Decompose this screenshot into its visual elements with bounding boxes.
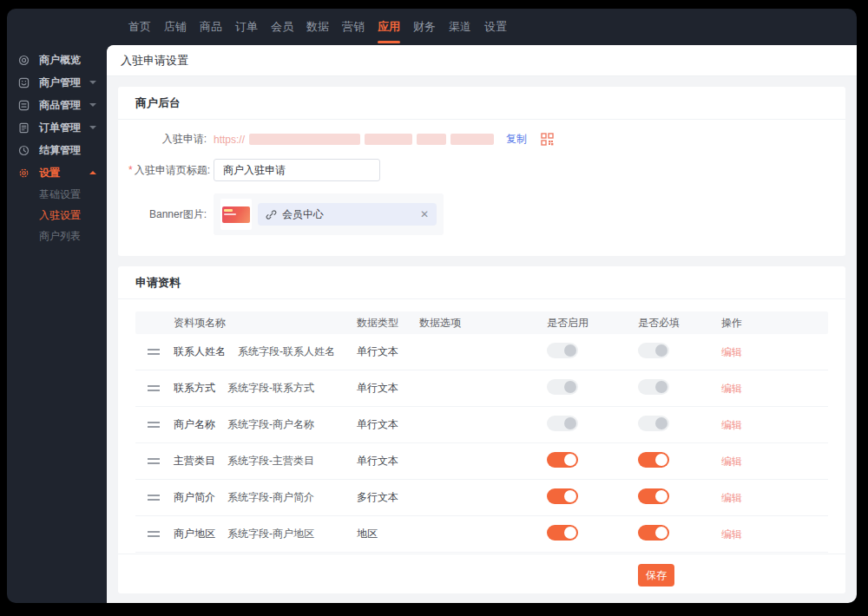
toggle-knob: [655, 490, 667, 502]
toggle-knob: [564, 527, 576, 539]
close-icon[interactable]: ✕: [420, 209, 429, 220]
sidebar-item-label: 设置: [39, 166, 60, 180]
nav-item-会员[interactable]: 会员: [271, 9, 293, 45]
copy-link-button[interactable]: 复制: [506, 132, 527, 147]
required-asterisk: *: [128, 164, 133, 176]
sidebar-subitem-商户列表[interactable]: 商户列表: [7, 226, 107, 246]
drag-handle[interactable]: [148, 495, 160, 501]
nav-item-设置[interactable]: 设置: [484, 9, 507, 45]
apply-link-label: 入驻申请:: [128, 132, 207, 147]
product-icon: [17, 99, 30, 111]
required-toggle[interactable]: [638, 488, 669, 504]
banner-upload-box: 会员中心 ✕: [214, 193, 444, 235]
nav-item-财务[interactable]: 财务: [413, 9, 436, 45]
nav-item-首页[interactable]: 首页: [128, 9, 151, 45]
edit-link[interactable]: 编辑: [721, 346, 742, 358]
drag-handle[interactable]: [148, 349, 160, 355]
drag-handle[interactable]: [148, 422, 160, 428]
settings-icon: [17, 167, 30, 179]
url-prefix: https://: [214, 134, 245, 146]
nav-item-订单[interactable]: 订单: [235, 9, 258, 45]
page-title-field-label: *入驻申请页标题:: [128, 163, 207, 178]
banner-label: Banner图片:: [128, 206, 207, 222]
sidebar-item-label: 商品管理: [39, 98, 81, 113]
nav-item-渠道[interactable]: 渠道: [449, 9, 471, 45]
required-toggle[interactable]: [638, 525, 669, 541]
nav-item-店铺[interactable]: 店铺: [164, 9, 187, 45]
toggle-knob: [564, 381, 576, 393]
sidebar-item-商户概览[interactable]: 商户概览: [7, 49, 107, 71]
redacted-url-segment: [450, 134, 494, 145]
toggle-knob: [564, 454, 576, 466]
header-enabled: 是否启用: [547, 316, 638, 331]
table-row: 联系人姓名系统字段-联系人姓名 单行文本 编辑: [135, 334, 828, 370]
sidebar-item-订单管理[interactable]: 订单管理: [7, 116, 107, 139]
sidebar-submenu: 基础设置入驻设置商户列表: [7, 184, 107, 246]
enable-toggle[interactable]: [547, 379, 578, 395]
save-button[interactable]: 保存: [638, 564, 674, 587]
field-system-label: 系统字段-商户地区: [227, 528, 314, 540]
redacted-url-segment: [365, 134, 412, 145]
fields-table: 资料项名称 数据类型 数据选项 是否启用 是否必填 操作 联系人姓名系统字段-联…: [135, 311, 828, 554]
field-data-type: 单行文本: [357, 344, 419, 359]
banner-link-pill[interactable]: 会员中心 ✕: [258, 203, 437, 226]
sidebar-item-商品管理[interactable]: 商品管理: [7, 94, 107, 116]
field-name: 商户名称: [174, 418, 215, 430]
enable-toggle[interactable]: [547, 343, 578, 358]
edit-link[interactable]: 编辑: [721, 455, 742, 468]
banner-link-text: 会员中心: [282, 207, 420, 222]
sidebar-item-结算管理[interactable]: 结算管理: [7, 139, 107, 161]
nav-item-应用[interactable]: 应用: [378, 9, 400, 45]
field-system-label: 系统字段-联系方式: [227, 382, 314, 394]
edit-link[interactable]: 编辑: [721, 528, 742, 541]
toggle-knob: [564, 490, 576, 502]
drag-handle[interactable]: [148, 458, 160, 464]
sidebar-menu: 商户概览商户管理商品管理订单管理结算管理设置基础设置入驻设置商户列表: [7, 45, 107, 603]
toggle-knob: [564, 344, 576, 357]
required-toggle[interactable]: [638, 416, 669, 431]
enable-toggle[interactable]: [547, 416, 578, 431]
page-title-input[interactable]: [214, 159, 380, 181]
field-name: 联系人姓名: [174, 345, 226, 357]
required-toggle[interactable]: [638, 379, 669, 395]
enable-toggle[interactable]: [547, 452, 578, 468]
sidebar-item-商户管理[interactable]: 商户管理: [7, 71, 107, 94]
required-toggle[interactable]: [638, 452, 669, 468]
header-required: 是否必填: [638, 316, 721, 331]
nav-item-营销[interactable]: 营销: [342, 9, 365, 45]
edit-link[interactable]: 编辑: [721, 492, 742, 504]
field-data-type: 单行文本: [357, 381, 419, 396]
top-nav: 首页店铺商品订单会员数据营销应用财务渠道设置: [7, 9, 857, 45]
header-data-options: 数据选项: [419, 316, 547, 331]
table-row: 商户地区系统字段-商户地区 地区 编辑: [135, 516, 828, 553]
apply-link-url: https://: [214, 134, 494, 146]
field-name: 联系方式: [174, 382, 215, 394]
enable-toggle[interactable]: [547, 488, 578, 504]
enable-toggle[interactable]: [547, 525, 578, 541]
drag-handle[interactable]: [148, 385, 160, 391]
merchant-backend-form: 入驻申请: https:// 复制: [118, 120, 845, 256]
sidebar-subitem-基础设置[interactable]: 基础设置: [7, 184, 107, 205]
sidebar-item-设置[interactable]: 设置: [7, 161, 107, 184]
page-title: 入驻申请设置: [107, 45, 857, 76]
chevron-down-icon: [89, 81, 96, 84]
field-data-type: 单行文本: [357, 454, 419, 469]
toggle-knob: [655, 454, 667, 466]
page-title-field-row: *入驻申请页标题:: [128, 159, 835, 181]
edit-link[interactable]: 编辑: [721, 419, 742, 431]
chevron-down-icon: [89, 103, 96, 107]
drag-handle[interactable]: [148, 531, 160, 537]
required-toggle[interactable]: [638, 343, 669, 358]
settlement-icon: [17, 144, 30, 156]
nav-item-商品[interactable]: 商品: [200, 9, 222, 45]
sidebar-subitem-入驻设置[interactable]: 入驻设置: [7, 205, 107, 226]
banner-thumbnail[interactable]: [220, 199, 252, 230]
sidebar-item-label: 商户管理: [39, 75, 81, 90]
edit-link[interactable]: 编辑: [721, 383, 742, 395]
nav-item-数据[interactable]: 数据: [306, 9, 329, 45]
order-icon: [17, 121, 30, 134]
redacted-url-segment: [417, 134, 446, 145]
field-name: 商户简介: [174, 491, 215, 503]
header-data-type: 数据类型: [357, 316, 419, 331]
qr-code-icon[interactable]: [541, 133, 554, 146]
